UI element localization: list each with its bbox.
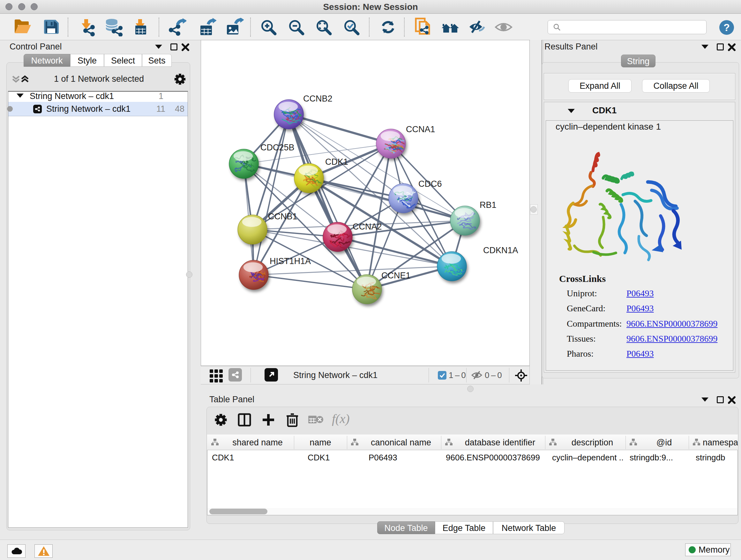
svg-text:CCNB2: CCNB2 — [303, 94, 333, 104]
svg-text:CCNA2: CCNA2 — [353, 222, 382, 232]
svg-text:CCNE1: CCNE1 — [381, 271, 411, 280]
svg-text:HIST1H1A: HIST1H1A — [270, 256, 311, 266]
svg-text:CDC25B: CDC25B — [260, 143, 294, 152]
svg-text:CDKN1A: CDKN1A — [483, 246, 518, 255]
svg-text:CCNA1: CCNA1 — [406, 125, 435, 134]
svg-text:CCNB1: CCNB1 — [268, 212, 297, 221]
svg-text:RB1: RB1 — [480, 200, 496, 210]
svg-text:CDC6: CDC6 — [418, 179, 442, 189]
svg-text:CDK1: CDK1 — [325, 157, 348, 167]
